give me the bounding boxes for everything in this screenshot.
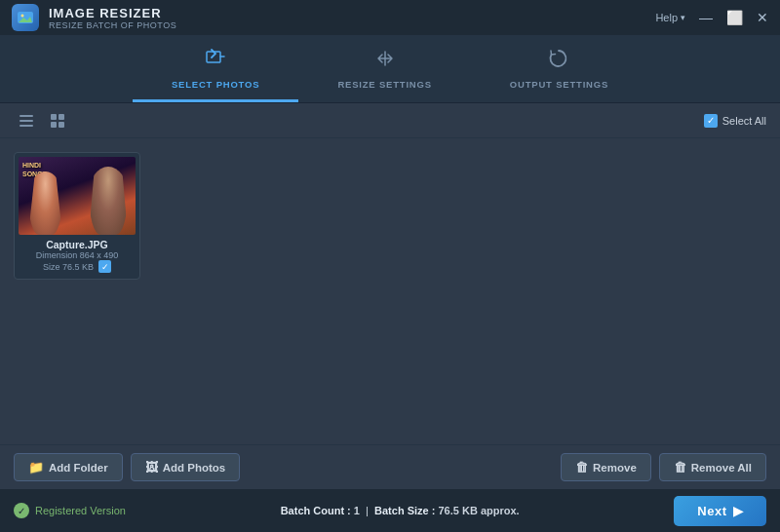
restore-button[interactable]: ⬜ <box>726 11 743 24</box>
batch-count-label: Batch Count : <box>281 505 351 516</box>
folder-icon: 📁 <box>28 460 44 475</box>
thumb-inner: HINDISONGS <box>19 157 136 235</box>
add-photos-button[interactable]: 🖼 Add Photos <box>131 453 241 481</box>
select-all-group[interactable]: ✓ Select All <box>704 114 766 128</box>
photo-grid: HINDISONGS Capture.JPG Dimension 864 x 4… <box>0 138 780 431</box>
add-folder-button[interactable]: 📁 Add Folder <box>14 453 123 481</box>
silhouette-left <box>28 171 62 235</box>
next-button[interactable]: Next ▶ <box>674 496 766 526</box>
registered-icon: ✓ <box>14 503 29 518</box>
add-photos-label: Add Photos <box>163 462 226 474</box>
close-button[interactable]: ✕ <box>757 11 768 24</box>
remove-label: Remove <box>593 462 637 474</box>
minimize-button[interactable]: — <box>699 11 713 24</box>
photo-info: Capture.JPG Dimension 864 x 490 Size 76.… <box>19 235 136 275</box>
remove-all-label: Remove All <box>691 462 752 474</box>
photo-dimension: Dimension 864 x 490 <box>20 250 134 260</box>
app-title-group: IMAGE RESIZER RESIZE BATCH OF PHOTOS <box>49 6 176 30</box>
list-view-button[interactable] <box>14 110 39 132</box>
svg-rect-6 <box>20 120 33 122</box>
grid-view-button[interactable] <box>45 110 70 132</box>
select-all-checkbox[interactable]: ✓ <box>704 114 718 128</box>
view-toggle <box>14 110 70 132</box>
batch-size-label: Batch Size : <box>374 505 435 516</box>
svg-rect-10 <box>51 122 57 128</box>
svg-rect-9 <box>58 114 64 120</box>
help-button[interactable]: Help ▾ <box>655 12 685 23</box>
photo-checkbox[interactable]: ✓ <box>98 260 111 273</box>
photo-size-row: Size 76.5 KB ✓ <box>20 260 134 273</box>
output-icon <box>547 47 570 75</box>
tabbar: SELECT PHOTOS RESIZE SETTINGS OUTPUT SET… <box>0 35 780 103</box>
registered-label: Registered Version <box>35 505 126 516</box>
titlebar-left: IMAGE RESIZER RESIZE BATCH OF PHOTOS <box>12 4 176 31</box>
titlebar: IMAGE RESIZER RESIZE BATCH OF PHOTOS Hel… <box>0 0 780 35</box>
photo-card[interactable]: HINDISONGS Capture.JPG Dimension 864 x 4… <box>14 152 140 280</box>
svg-rect-3 <box>207 52 220 62</box>
next-label: Next <box>697 504 726 518</box>
tab-resize-settings[interactable]: RESIZE SETTINGS <box>298 35 470 102</box>
app-subtitle: RESIZE BATCH OF PHOTOS <box>49 20 176 30</box>
tab-resize-label: RESIZE SETTINGS <box>337 79 431 90</box>
photo-thumbnail: HINDISONGS <box>19 157 136 235</box>
tab-select-photos[interactable]: SELECT PHOTOS <box>133 35 298 102</box>
bottom-action-bar: 📁 Add Folder 🖼 Add Photos 🗑 Remove 🗑 Rem… <box>0 444 780 489</box>
tab-output-label: OUTPUT SETTINGS <box>510 79 608 90</box>
remove-all-icon: 🗑 <box>674 460 686 475</box>
remove-all-button[interactable]: 🗑 Remove All <box>659 453 766 481</box>
batch-info: Batch Count : 1 | Batch Size : 76.5 KB a… <box>281 505 520 516</box>
add-folder-label: Add Folder <box>49 462 108 474</box>
batch-count-value: 1 <box>354 505 360 516</box>
silhouette-right <box>89 167 128 235</box>
help-label: Help <box>655 12 678 23</box>
next-arrow-icon: ▶ <box>733 504 744 518</box>
svg-rect-11 <box>58 122 64 128</box>
resize-icon <box>373 47 397 75</box>
add-photos-icon: 🖼 <box>145 460 158 475</box>
svg-rect-7 <box>20 125 33 127</box>
app-icon <box>12 4 39 31</box>
photo-size: Size 76.5 KB <box>43 262 94 272</box>
photo-name: Capture.JPG <box>20 239 134 250</box>
titlebar-controls: Help ▾ — ⬜ ✕ <box>655 11 768 24</box>
statusbar: ✓ Registered Version Batch Count : 1 | B… <box>0 489 780 532</box>
toolbar: ✓ Select All <box>0 103 780 138</box>
tab-output-settings[interactable]: OUTPUT SETTINGS <box>471 35 647 102</box>
batch-size-value: 76.5 KB approx. <box>438 505 519 516</box>
right-buttons: 🗑 Remove 🗑 Remove All <box>561 453 766 481</box>
tab-select-label: SELECT PHOTOS <box>172 79 259 90</box>
select-all-label: Select All <box>722 115 766 127</box>
svg-point-1 <box>21 15 24 18</box>
remove-button[interactable]: 🗑 Remove <box>561 453 651 481</box>
svg-rect-8 <box>51 114 57 120</box>
registration-info: ✓ Registered Version <box>14 503 126 518</box>
remove-icon: 🗑 <box>575 460 588 475</box>
left-buttons: 📁 Add Folder 🖼 Add Photos <box>14 453 240 481</box>
select-photos-icon <box>204 47 227 75</box>
chevron-down-icon: ▾ <box>681 13 685 22</box>
svg-rect-5 <box>20 115 33 117</box>
app-title: IMAGE RESIZER <box>49 6 176 20</box>
